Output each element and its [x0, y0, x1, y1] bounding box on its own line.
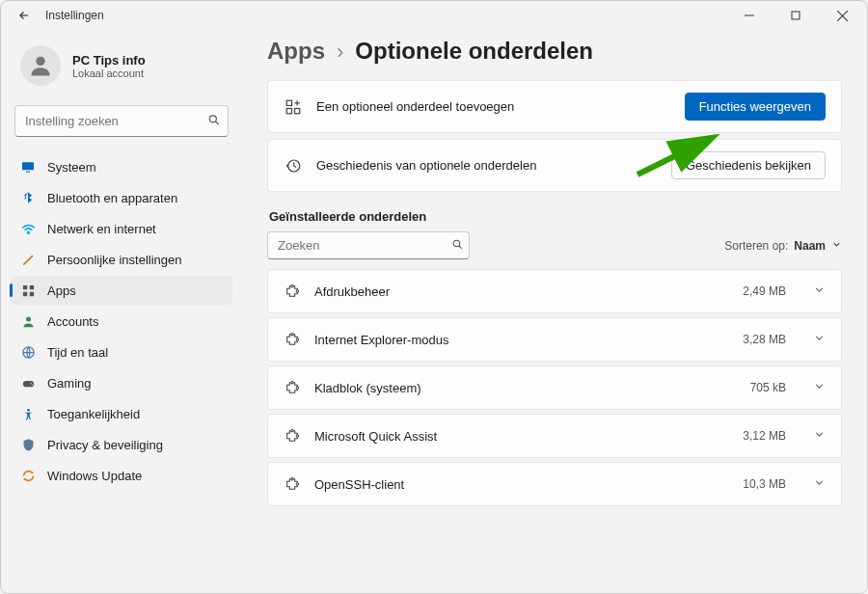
- sidebar-item-label: Gaming: [47, 376, 92, 391]
- installed-section-title: Geïnstalleerde onderdelen: [269, 209, 842, 224]
- svg-point-9: [27, 231, 29, 233]
- svg-rect-11: [29, 284, 33, 288]
- filter-row: Sorteren op: Naam: [267, 231, 842, 259]
- sidebar-item-windowsupdate[interactable]: Windows Update: [11, 461, 232, 490]
- profile-subtitle: Lokaal account: [72, 68, 146, 79]
- svg-rect-12: [22, 291, 26, 295]
- breadcrumb-parent[interactable]: Apps: [267, 38, 325, 65]
- svg-point-14: [26, 316, 31, 321]
- puzzle-icon: [284, 331, 301, 348]
- svg-point-34: [291, 429, 293, 431]
- feature-item[interactable]: Internet Explorer-modus 3,28 MB: [267, 317, 842, 362]
- feature-item[interactable]: Afdrukbeheer 2,49 MB: [267, 269, 842, 313]
- history-icon: [284, 156, 303, 176]
- sidebar-item-accounts[interactable]: Accounts: [11, 307, 232, 336]
- close-button[interactable]: [823, 2, 861, 29]
- chevron-down-icon: [813, 428, 826, 444]
- sidebar-item-gaming[interactable]: Gaming: [11, 368, 232, 397]
- feature-item[interactable]: Microsoft Quick Assist 3,12 MB: [267, 414, 842, 458]
- chevron-right-icon: ›: [337, 40, 343, 65]
- svg-point-26: [453, 240, 460, 247]
- view-history-button[interactable]: Geschiedenis bekijken: [671, 151, 826, 179]
- time-language-icon: [20, 344, 36, 360]
- sidebar-item-tijdentaal[interactable]: Tijd en taal: [11, 338, 232, 366]
- maximize-button[interactable]: [776, 2, 815, 29]
- sidebar-item-label: Persoonlijke instellingen: [47, 253, 181, 267]
- installed-search[interactable]: [267, 231, 470, 259]
- chevron-down-icon: [813, 284, 826, 299]
- svg-rect-13: [29, 291, 33, 295]
- history-label: Geschiedenis van optionele onderdelen: [316, 158, 658, 173]
- chevron-down-icon: [813, 332, 826, 347]
- system-icon: [20, 159, 36, 175]
- svg-point-31: [296, 338, 298, 340]
- add-feature-card: Een optioneel onderdeel toevoegen Functi…: [267, 80, 842, 133]
- svg-point-17: [30, 382, 31, 383]
- sidebar-item-label: Systeem: [47, 160, 96, 175]
- settings-search[interactable]: [14, 105, 229, 137]
- feature-size: 2,49 MB: [743, 284, 786, 298]
- puzzle-icon: [284, 475, 301, 493]
- personalization-icon: [20, 252, 36, 267]
- sort-label: Sorteren op:: [724, 239, 788, 253]
- svg-rect-8: [26, 172, 30, 173]
- svg-point-29: [296, 290, 298, 292]
- bluetooth-icon: [20, 190, 36, 205]
- sidebar-item-label: Toegankelijkheid: [47, 407, 140, 421]
- sidebar-item-label: Netwerk en internet: [47, 222, 156, 236]
- feature-size: 705 kB: [750, 381, 786, 394]
- feature-name: Kladblok (systeem): [314, 381, 737, 395]
- feature-item[interactable]: Kladblok (systeem) 705 kB: [267, 365, 842, 410]
- installed-search-input[interactable]: [267, 231, 470, 259]
- svg-point-28: [291, 284, 293, 286]
- svg-point-5: [209, 115, 216, 122]
- search-icon: [207, 113, 221, 129]
- sidebar-item-persoonlijk[interactable]: Persoonlijke instellingen: [11, 245, 232, 274]
- privacy-icon: [20, 437, 36, 452]
- accounts-icon: [20, 313, 36, 329]
- sidebar-item-netwerk[interactable]: Netwerk en internet: [11, 214, 232, 243]
- svg-point-35: [296, 435, 298, 437]
- feature-name: Afdrukbeheer: [314, 284, 729, 299]
- svg-line-6: [215, 121, 218, 123]
- svg-line-27: [459, 245, 462, 248]
- titlebar: Instellingen: [1, 1, 867, 30]
- sidebar-item-systeem[interactable]: Systeem: [11, 152, 232, 181]
- minimize-button[interactable]: [730, 2, 769, 29]
- svg-point-37: [296, 483, 298, 485]
- sidebar-item-bluetooth[interactable]: Bluetooth en apparaten: [11, 183, 232, 212]
- add-grid-icon: [284, 97, 303, 117]
- sidebar-item-privacy[interactable]: Privacy & beveiliging: [11, 430, 232, 459]
- sidebar-item-toegankelijkheid[interactable]: Toegankelijkheid: [11, 399, 232, 428]
- chevron-down-icon: [813, 476, 826, 492]
- puzzle-icon: [284, 427, 301, 445]
- svg-rect-7: [22, 162, 34, 170]
- feature-list: Afdrukbeheer 2,49 MB Internet Explorer-m…: [267, 269, 842, 506]
- svg-point-33: [296, 387, 298, 389]
- svg-rect-20: [286, 100, 291, 105]
- gaming-icon: [20, 375, 36, 391]
- sidebar-item-label: Privacy & beveiliging: [47, 438, 163, 452]
- back-button[interactable]: [11, 2, 38, 29]
- view-features-button[interactable]: Functies weergeven: [685, 93, 826, 121]
- breadcrumb: Apps › Optionele onderdelen: [267, 38, 842, 65]
- network-icon: [20, 221, 36, 236]
- search-icon: [451, 238, 464, 254]
- apps-icon: [20, 283, 36, 298]
- svg-point-18: [31, 384, 32, 385]
- search-input[interactable]: [14, 105, 229, 137]
- feature-size: 3,28 MB: [743, 333, 786, 346]
- sidebar-item-apps[interactable]: Apps: [11, 276, 232, 305]
- puzzle-icon: [284, 283, 301, 300]
- sort-dropdown[interactable]: Sorteren op: Naam: [724, 239, 842, 253]
- feature-item[interactable]: OpenSSH-client 10,3 MB: [267, 462, 842, 506]
- profile-block[interactable]: PC Tips info Lokaal account: [11, 38, 232, 97]
- svg-rect-1: [792, 12, 800, 19]
- svg-rect-16: [22, 381, 33, 387]
- accessibility-icon: [20, 406, 36, 421]
- svg-point-30: [291, 333, 293, 335]
- add-feature-label: Een optioneel onderdeel toevoegen: [316, 99, 671, 114]
- chevron-down-icon: [813, 380, 826, 395]
- feature-name: Internet Explorer-modus: [314, 333, 729, 347]
- svg-point-32: [291, 381, 293, 383]
